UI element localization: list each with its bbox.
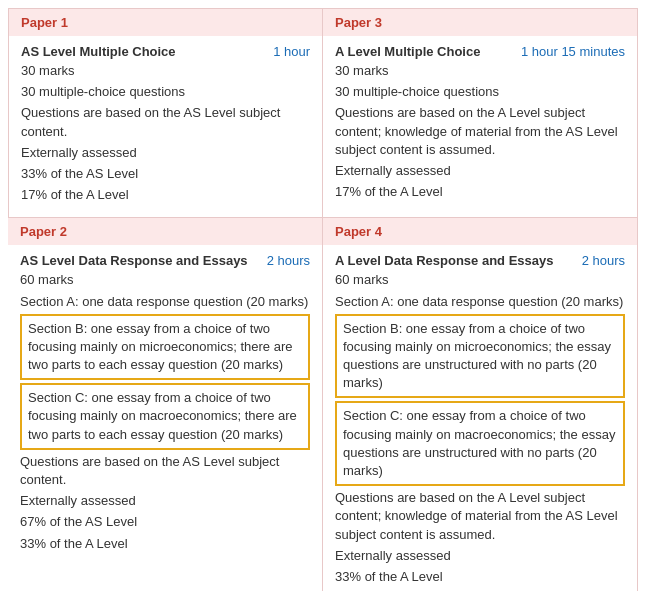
paper-3-title-row: A Level Multiple Choice 1 hour 15 minute… [335,44,625,59]
paper-4-section-a: Section A: one data response question (2… [335,293,625,311]
paper-2-duration: 2 hours [267,253,310,268]
paper-1-externally-assessed: Externally assessed [21,144,310,162]
paper-2-percent2: 33% of the A Level [20,535,310,553]
paper-3-percent1: 17% of the A Level [335,183,625,201]
paper-3-header: Paper 3 [323,9,637,36]
paper-2-subtitle: AS Level Data Response and Essays [20,253,248,268]
paper-4-percent1: 33% of the A Level [335,568,625,586]
paper-4-marks: 60 marks [335,271,625,289]
paper-2-highlight1: Section B: one essay from a choice of tw… [20,314,310,381]
paper-1-content-note: Questions are based on the AS Level subj… [21,104,310,140]
paper-3-externally-assessed: Externally assessed [335,162,625,180]
paper-4-card: Paper 4 A Level Data Response and Essays… [323,217,638,591]
paper-1-percent2: 17% of the A Level [21,186,310,204]
paper-1-duration: 1 hour [273,44,310,59]
paper-4-header: Paper 4 [323,218,637,245]
paper-3-questions: 30 multiple-choice questions [335,83,625,101]
paper-1-card: Paper 1 AS Level Multiple Choice 1 hour … [8,8,323,217]
paper-3-content-note: Questions are based on the A Level subje… [335,104,625,159]
paper-3-card: Paper 3 A Level Multiple Choice 1 hour 1… [323,8,638,217]
paper-3-marks: 30 marks [335,62,625,80]
paper-4-externally-assessed: Externally assessed [335,547,625,565]
paper-4-subtitle: A Level Data Response and Essays [335,253,553,268]
paper-2-highlight2: Section C: one essay from a choice of tw… [20,383,310,450]
paper-3-subtitle: A Level Multiple Choice [335,44,480,59]
paper-2-title-row: AS Level Data Response and Essays 2 hour… [20,253,310,268]
paper-4-content-note: Questions are based on the A Level subje… [335,489,625,544]
paper-1-title-row: AS Level Multiple Choice 1 hour [21,44,310,59]
paper-1-header: Paper 1 [9,9,322,36]
paper-1-percent1: 33% of the AS Level [21,165,310,183]
paper-1-subtitle: AS Level Multiple Choice [21,44,176,59]
paper-4-highlight2: Section C: one essay from a choice of tw… [335,401,625,486]
paper-1-questions: 30 multiple-choice questions [21,83,310,101]
paper-2-marks: 60 marks [20,271,310,289]
paper-2-content-note: Questions are based on the AS Level subj… [20,453,310,489]
paper-2-externally-assessed: Externally assessed [20,492,310,510]
paper-2-header: Paper 2 [8,218,322,245]
paper-4-duration: 2 hours [582,253,625,268]
paper-2-card: Paper 2 AS Level Data Response and Essay… [8,217,323,591]
paper-2-percent1: 67% of the AS Level [20,513,310,531]
paper-1-marks: 30 marks [21,62,310,80]
papers-grid: Paper 1 AS Level Multiple Choice 1 hour … [8,8,638,591]
paper-4-title-row: A Level Data Response and Essays 2 hours [335,253,625,268]
paper-3-duration: 1 hour 15 minutes [521,44,625,59]
paper-4-highlight1: Section B: one essay from a choice of tw… [335,314,625,399]
paper-2-section-a: Section A: one data response question (2… [20,293,310,311]
